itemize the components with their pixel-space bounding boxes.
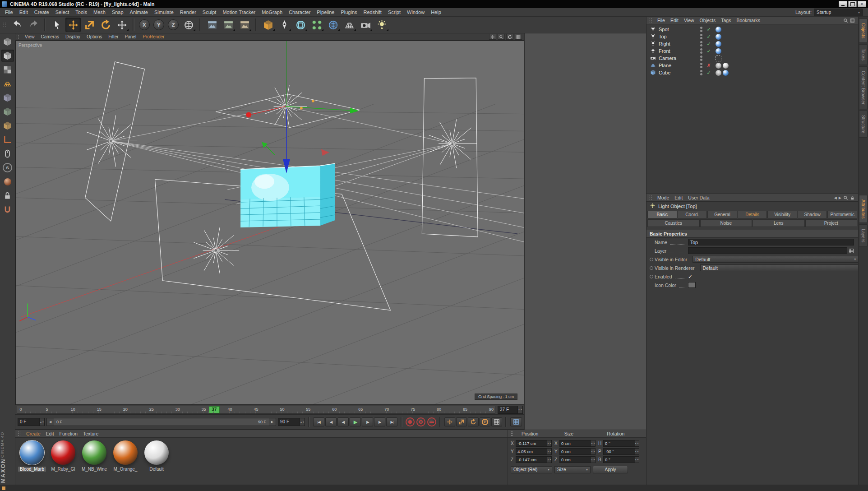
axis-mode-button[interactable] xyxy=(1,134,14,146)
phong-tag[interactable] xyxy=(716,70,721,76)
add-cube-button[interactable] xyxy=(260,18,276,32)
viewport-menu-panel[interactable]: Panel xyxy=(122,34,140,39)
menu-item-motion-tracker[interactable]: Motion Tracker xyxy=(219,9,259,15)
position-y-field[interactable]: 4.05 cm▲▼ xyxy=(516,448,552,455)
light-tag[interactable] xyxy=(716,41,721,47)
viewport-menu-cameras[interactable]: Cameras xyxy=(38,34,63,39)
menu-item-snap[interactable]: Snap xyxy=(109,9,127,15)
position-x-field[interactable]: -0.117 cm▲▼ xyxy=(516,440,552,447)
add-subdivision-surface-button[interactable] xyxy=(293,18,308,32)
viewport-menu-view[interactable]: View xyxy=(22,34,38,39)
x-axis-lock-button[interactable]: X xyxy=(138,18,151,32)
visible-in-editor-select[interactable]: Default▾ xyxy=(693,256,859,263)
menu-item-select[interactable]: Select xyxy=(52,9,73,15)
stepper-icon[interactable]: ▲▼ xyxy=(591,457,595,463)
tab-caustics[interactable]: Caustics xyxy=(647,219,700,227)
minimize-button[interactable] xyxy=(839,1,847,7)
stepper-icon[interactable]: ▲▼ xyxy=(300,418,305,426)
object-row-front[interactable]: Front✓ xyxy=(646,47,858,55)
side-tab-content-browser[interactable]: Content Browser xyxy=(859,66,868,109)
polygons-mode-button[interactable] xyxy=(1,120,14,132)
stepper-icon[interactable]: ▲▼ xyxy=(518,406,523,414)
rotation-h-field[interactable]: 0 °▲▼ xyxy=(603,440,639,447)
position-y-value[interactable]: 4.05 cm xyxy=(516,449,547,454)
stepper-icon[interactable]: ▲▼ xyxy=(40,418,45,426)
visibility-dots-icon[interactable] xyxy=(699,63,703,68)
material-item-m-nb-wine[interactable]: M_NB_Wine xyxy=(80,440,108,472)
add-environment-button[interactable] xyxy=(342,18,357,32)
phong-tag[interactable] xyxy=(716,63,721,69)
menu-item-script[interactable]: Script xyxy=(385,9,404,15)
key-scale-toggle[interactable] xyxy=(456,417,467,426)
object-manager-menu-objects[interactable]: Objects xyxy=(697,18,719,23)
lock-icon[interactable] xyxy=(850,195,855,200)
side-tab-takes[interactable]: Takes xyxy=(859,44,868,65)
key-rotation-toggle[interactable] xyxy=(468,417,479,426)
search-icon[interactable] xyxy=(843,18,848,23)
rotate-tool[interactable] xyxy=(98,18,113,32)
add-array-button[interactable] xyxy=(309,18,324,32)
object-row-top[interactable]: Top✓ xyxy=(646,33,858,40)
add-light-button[interactable] xyxy=(374,18,389,32)
goto-start-button[interactable]: |◀ xyxy=(313,417,324,426)
record-keyframe-button[interactable] xyxy=(406,417,415,426)
keyframe-presets-button[interactable] xyxy=(510,417,522,426)
maximize-button[interactable] xyxy=(848,1,857,7)
side-tab-objects[interactable]: Objects xyxy=(859,19,868,43)
live-selection-tool[interactable] xyxy=(49,18,65,32)
light-tag[interactable] xyxy=(716,34,721,40)
filter-icon[interactable] xyxy=(850,18,855,23)
size-z-field[interactable]: 0 cm▲▼ xyxy=(559,456,596,463)
object-row-right[interactable]: Right✓ xyxy=(646,40,858,47)
light-tag[interactable] xyxy=(716,48,721,54)
size-z-value[interactable]: 0 cm xyxy=(560,457,591,463)
layer-field[interactable] xyxy=(688,247,847,254)
enabled-checkbox[interactable]: ✓ xyxy=(688,273,693,280)
tab-visibility[interactable]: Visibility xyxy=(767,211,797,218)
frame-field-value[interactable]: 37 F xyxy=(498,406,518,414)
object-manager-grip[interactable] xyxy=(649,18,652,23)
stepper-icon[interactable]: ▲▼ xyxy=(635,440,639,446)
menu-item-redshift[interactable]: Redshift xyxy=(360,9,385,15)
target-tag[interactable] xyxy=(716,56,721,61)
size-y-value[interactable]: 0 cm xyxy=(560,449,591,454)
keyframe-circle-icon[interactable] xyxy=(650,258,653,261)
camera-zoom-button[interactable] xyxy=(498,34,505,40)
object-row-plane[interactable]: Plane✗ xyxy=(646,62,858,69)
stepper-icon[interactable]: ▲▼ xyxy=(591,449,595,454)
magnet-snap-button[interactable] xyxy=(1,204,14,216)
materials-menu-texture[interactable]: Texture xyxy=(80,431,101,436)
play-button[interactable]: ▶ xyxy=(350,417,361,426)
rotation-p-field[interactable]: -90 °▲▼ xyxy=(603,448,639,455)
position-x-value[interactable]: -0.117 cm xyxy=(516,440,547,446)
rotation-p-value[interactable]: -90 ° xyxy=(604,449,635,454)
coordinate-size-dropdown[interactable]: Size▾ xyxy=(554,466,591,473)
range-left-arrow-icon[interactable]: ◀ xyxy=(47,418,54,426)
make-editable-button[interactable] xyxy=(1,36,14,48)
range-end-field[interactable]: 90 F ▲▼ xyxy=(278,418,305,426)
object-manager-menu-edit[interactable]: Edit xyxy=(668,18,681,23)
viewport-menu-grip[interactable] xyxy=(16,34,19,40)
coordinate-mode-dropdown[interactable]: Object (Rel)▾ xyxy=(511,466,552,473)
attribute-manager-menu-mode[interactable]: Mode xyxy=(655,195,672,200)
previous-key-button[interactable]: ◀ xyxy=(325,417,337,426)
rotation-b-value[interactable]: 0 ° xyxy=(604,457,635,463)
position-z-field[interactable]: -0.147 cm▲▼ xyxy=(516,456,552,463)
autokeying-button[interactable] xyxy=(416,417,425,426)
materials-menu-function[interactable]: Function xyxy=(57,431,80,436)
visibility-dots-icon[interactable] xyxy=(699,27,703,32)
key-parameter-toggle[interactable]: P xyxy=(480,417,490,426)
menu-item-animate[interactable]: Animate xyxy=(127,9,151,15)
material-item-blood-marb[interactable]: Blood_Marb xyxy=(18,440,46,472)
right-plane-wireframe[interactable] xyxy=(422,78,478,237)
materials-menu-edit[interactable]: Edit xyxy=(43,431,57,436)
rotation-h-value[interactable]: 0 ° xyxy=(604,440,635,446)
tab-shadow[interactable]: Shadow xyxy=(798,211,827,218)
visibility-dots-icon[interactable] xyxy=(699,48,703,54)
stepper-icon[interactable]: ▲▼ xyxy=(547,440,551,446)
stepper-icon[interactable]: ▲▼ xyxy=(547,457,551,463)
workplane-mode-button[interactable] xyxy=(1,78,14,90)
camera-pan-button[interactable] xyxy=(489,34,496,40)
next-key-button[interactable]: ▶ xyxy=(374,417,385,426)
object-manager-menu-tags[interactable]: Tags xyxy=(718,18,734,23)
